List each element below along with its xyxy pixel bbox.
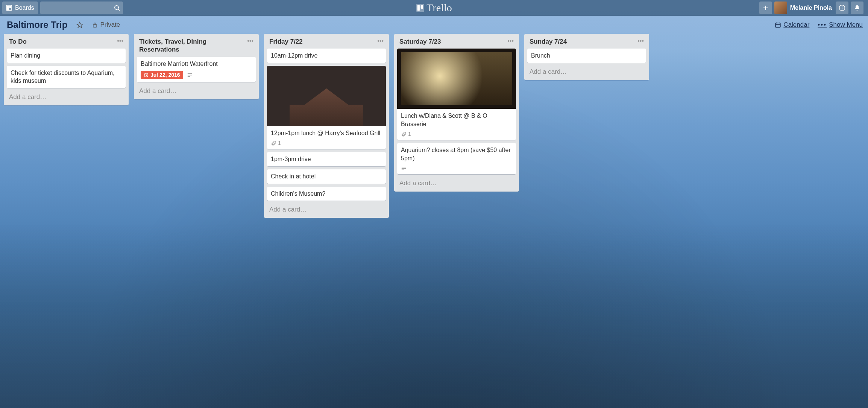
ellipsis-icon: ••• <box>637 38 644 44</box>
app-logo[interactable]: Trello <box>416 2 452 14</box>
app-logo-text: Trello <box>426 2 452 14</box>
card[interactable]: Lunch w/Diana & Scott @ B & O Brasserie1 <box>397 49 516 140</box>
svg-line-4 <box>118 9 120 11</box>
attachment-count: 1 <box>278 140 281 146</box>
card-badges <box>397 166 516 174</box>
list: Friday 7/22•••10am-12pm drive12pm-1pm lu… <box>264 34 389 218</box>
card-text: Lunch w/Diana & Scott @ B & O Brasserie <box>397 109 516 131</box>
app-header: Boards Trello Melanie Pinola <box>0 0 868 16</box>
card[interactable]: Plan dining <box>7 49 126 63</box>
card-text: Children's Museum? <box>267 187 386 201</box>
username-label[interactable]: Melanie Pinola <box>790 5 832 11</box>
show-menu-label: Show Menu <box>829 21 863 29</box>
card-badges: 1 <box>397 131 516 140</box>
list-title[interactable]: Sunday 7/24 <box>530 38 637 46</box>
list: Sunday 7/24•••BrunchAdd a card… <box>524 34 649 80</box>
list: To Do•••Plan diningCheck for ticket disc… <box>4 34 129 105</box>
list: Saturday 7/23•••Lunch w/Diana & Scott @ … <box>394 34 519 192</box>
avatar[interactable] <box>774 2 787 14</box>
list-title[interactable]: To Do <box>9 38 117 46</box>
list-title[interactable]: Tickets, Travel, Dining Reservations <box>139 38 247 54</box>
svg-marker-13 <box>77 22 83 27</box>
card-badges: Jul 22, 2016 <box>137 71 256 82</box>
card[interactable]: 10am-12pm drive <box>267 49 386 63</box>
bell-icon <box>854 5 860 11</box>
show-menu-link[interactable]: ••• Show Menu <box>818 21 863 29</box>
svg-point-3 <box>115 6 118 9</box>
search-input[interactable] <box>40 2 123 14</box>
list-title[interactable]: Saturday 7/23 <box>399 38 507 46</box>
card-text: Check in at hotel <box>267 169 386 184</box>
attachment-count: 1 <box>408 131 411 137</box>
boards-icon <box>6 5 12 11</box>
description-icon <box>187 72 193 78</box>
card-text: Aquarium? closes at 8pm (save $50 after … <box>397 143 516 165</box>
ellipsis-icon: ••• <box>507 38 514 44</box>
ellipsis-icon: ••• <box>247 38 253 44</box>
card[interactable]: Brunch <box>527 49 646 63</box>
boards-button[interactable]: Boards <box>2 2 38 14</box>
notifications-button[interactable] <box>851 2 863 14</box>
card[interactable]: Baltimore Marriott WaterfrontJul 22, 201… <box>137 57 256 82</box>
svg-point-12 <box>842 6 842 7</box>
card-badges: 1 <box>267 140 386 149</box>
star-icon <box>76 21 83 28</box>
due-date-text: Jul 22, 2016 <box>150 72 180 78</box>
boards-button-label: Boards <box>15 5 34 11</box>
search-box[interactable] <box>40 2 123 14</box>
svg-rect-5 <box>416 4 424 12</box>
list-menu-button[interactable]: ••• <box>117 38 123 44</box>
list: Tickets, Travel, Dining Reservations•••B… <box>134 34 259 99</box>
description-icon <box>401 166 407 171</box>
privacy-button[interactable]: Private <box>90 20 122 30</box>
paperclip-icon <box>401 131 407 137</box>
add-card-button[interactable]: Add a card… <box>7 91 126 102</box>
card-text: Check for ticket discounts to Aquarium, … <box>7 66 126 88</box>
plus-icon <box>763 5 769 11</box>
info-icon <box>839 5 845 11</box>
create-button[interactable] <box>759 2 772 14</box>
add-card-button[interactable]: Add a card… <box>397 177 516 188</box>
add-card-button[interactable]: Add a card… <box>527 66 646 76</box>
calendar-link-label: Calendar <box>783 21 809 29</box>
list-menu-button[interactable]: ••• <box>637 38 644 44</box>
card-text: 12pm-1pm lunch @ Harry's Seafood Grill <box>267 126 386 140</box>
privacy-label: Private <box>100 21 120 29</box>
paperclip-icon <box>271 140 276 146</box>
list-menu-button[interactable]: ••• <box>247 38 253 44</box>
clock-icon <box>144 73 149 78</box>
svg-rect-7 <box>421 5 423 9</box>
svg-rect-15 <box>775 23 780 27</box>
board-canvas[interactable]: To Do•••Plan diningCheck for ticket disc… <box>0 32 868 406</box>
card-text: 1pm-3pm drive <box>267 152 386 166</box>
add-card-button[interactable]: Add a card… <box>137 85 256 96</box>
star-button[interactable] <box>74 20 85 30</box>
card[interactable]: Children's Museum? <box>267 187 386 201</box>
due-date-badge: Jul 22, 2016 <box>141 71 183 79</box>
card[interactable]: Check in at hotel <box>267 169 386 184</box>
add-card-button[interactable]: Add a card… <box>267 204 386 214</box>
list-menu-button[interactable]: ••• <box>507 38 514 44</box>
calendar-link[interactable]: Calendar <box>775 21 809 29</box>
card[interactable]: 1pm-3pm drive <box>267 152 386 166</box>
card-cover <box>397 49 516 109</box>
card-text: Plan dining <box>7 49 126 63</box>
svg-rect-14 <box>93 24 97 27</box>
card-text: Baltimore Marriott Waterfront <box>137 57 256 71</box>
trello-icon <box>416 4 424 12</box>
ellipsis-icon: ••• <box>377 38 384 44</box>
ellipsis-icon: ••• <box>117 38 123 44</box>
card[interactable]: 12pm-1pm lunch @ Harry's Seafood Grill1 <box>267 66 386 149</box>
card-text: Brunch <box>527 49 646 63</box>
svg-rect-2 <box>9 6 11 8</box>
ellipsis-icon: ••• <box>818 21 827 29</box>
attachment-badge: 1 <box>401 131 411 137</box>
list-menu-button[interactable]: ••• <box>377 38 384 44</box>
list-title[interactable]: Friday 7/22 <box>269 38 377 46</box>
board-title[interactable]: Baltimore Trip <box>7 20 67 30</box>
card[interactable]: Aquarium? closes at 8pm (save $50 after … <box>397 143 516 174</box>
lock-icon <box>92 22 98 28</box>
calendar-icon <box>775 22 781 28</box>
card[interactable]: Check for ticket discounts to Aquarium, … <box>7 66 126 88</box>
info-button[interactable] <box>836 2 848 14</box>
